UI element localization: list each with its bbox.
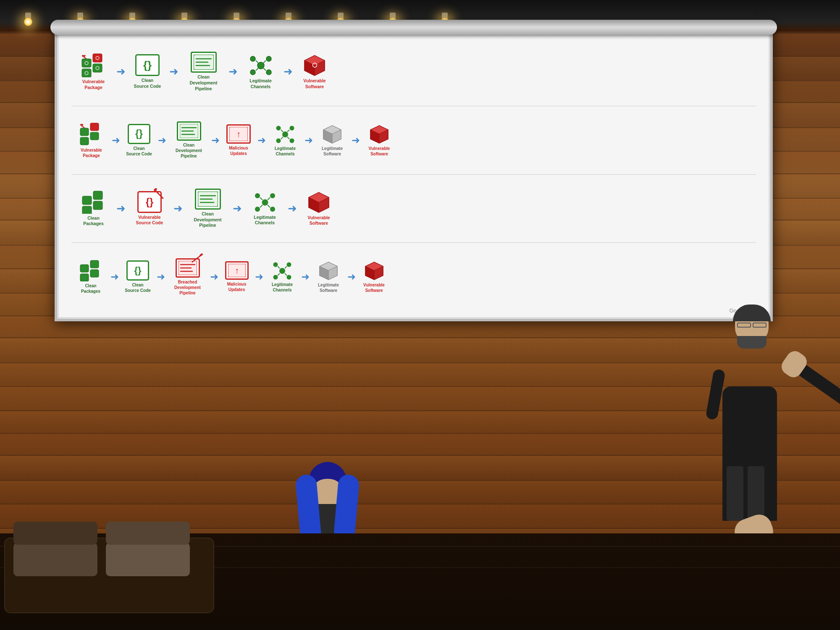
node-clean-pipeline-2: CleanDevelopmentPipeline (167, 121, 211, 159)
node-vulnerable-package-2: VulnerablePackage (71, 122, 111, 158)
node-legitimate-channels-3: LegitimateChannels (243, 191, 287, 226)
clean-source-code-4-label: CleanSource Code (125, 282, 151, 293)
arrow: ➜ (112, 134, 120, 146)
legitimate-software-2-label: LegitimateSoftware (322, 146, 343, 157)
node-breached-pipeline-4: BreachedDevelopmentPipeline (165, 258, 210, 296)
arrow: ➜ (211, 134, 220, 146)
arrow: ➜ (116, 202, 126, 215)
clean-source-code-1-label: CleanSource Code (134, 78, 161, 89)
arrow: ➜ (210, 271, 218, 283)
presenter-leg-right (748, 466, 764, 521)
svg-rect-1 (82, 55, 85, 57)
node-clean-source-code-4: {} CleanSource Code (119, 260, 156, 293)
node-legitimate-software-4: LegitimateSoftware (310, 260, 347, 293)
malicious-icon-2: ↑ (226, 124, 251, 144)
code-icon-green-2: {} (128, 124, 150, 144)
arrow: ➜ (169, 65, 178, 78)
arrow: ➜ (233, 202, 242, 215)
svg-point-96 (273, 275, 278, 280)
pipeline-svg-2 (180, 124, 198, 138)
legitimate-channels-1-label: LegitimateChannels (249, 78, 272, 89)
node-legitimate-channels-2: LegitimateChannels (266, 124, 304, 157)
svg-rect-82 (90, 260, 99, 268)
svg-line-99 (285, 266, 287, 268)
vulnerable-software-1-label: VulnerableSoftware (303, 78, 326, 89)
svg-point-19 (266, 70, 271, 75)
svg-rect-60 (82, 206, 92, 214)
svg-line-46 (281, 130, 283, 132)
node-legitimate-software-2: LegitimateSoftware (313, 124, 351, 157)
diagram-content: ⬡ ⬡ ⬡ ⬡ Vu (59, 32, 769, 317)
breached-pipeline-4-label: BreachedDevelopmentPipeline (174, 279, 201, 296)
svg-rect-34 (90, 132, 99, 140)
code-icon-green-4: {} (126, 260, 149, 281)
syringe-overlay-4 (192, 253, 203, 263)
pipeline-icon-green-2 (177, 121, 201, 141)
malicious-updates-2-label: MaliciousUpdates (229, 145, 248, 156)
clean-packages-4-label: CleanPackages (81, 283, 100, 294)
svg-rect-32 (90, 123, 99, 131)
svg-point-70 (270, 193, 275, 198)
software-icon-gray-4 (318, 260, 339, 281)
arrow: ➜ (347, 271, 356, 283)
node-vulnerable-software-2: VulnerableSoftware (360, 124, 398, 157)
malicious-icon-4: ↑ (225, 261, 249, 280)
malicious-updates-4-label: MaliciousUpdates (227, 281, 247, 292)
node-vulnerable-source-code-3: {} VulnerableSource Code (126, 191, 173, 226)
svg-text:⬡: ⬡ (95, 66, 100, 71)
vulnerable-software-3-label: VulnerableSoftware (307, 215, 330, 226)
svg-point-94 (273, 262, 278, 267)
svg-rect-63 (153, 188, 157, 192)
svg-point-72 (270, 207, 275, 212)
row-1: ⬡ ⬡ ⬡ ⬡ Vu (71, 38, 756, 106)
arrow: ➜ (288, 202, 297, 215)
clean-pipeline-1-label: CleanDevelopmentPipeline (190, 74, 218, 92)
pipeline-icon-green (191, 52, 217, 73)
node-vulnerable-package-1: ⬡ ⬡ ⬡ ⬡ Vu (71, 53, 116, 90)
arrow: ➜ (158, 134, 166, 146)
code-icon-green: {} (135, 54, 160, 76)
svg-line-98 (278, 266, 280, 268)
svg-point-15 (257, 62, 264, 69)
svg-rect-84 (90, 270, 99, 277)
seating-area (4, 538, 214, 613)
arrow: ➜ (301, 271, 310, 283)
svg-point-69 (255, 193, 260, 198)
channels-icon-3 (253, 191, 277, 214)
legitimate-channels-3-label: LegitimateChannels (254, 215, 276, 226)
svg-line-62 (155, 190, 163, 198)
svg-rect-58 (82, 196, 92, 205)
clean-source-code-2-label: CleanSource Code (126, 146, 152, 157)
node-malicious-updates-2: ↑ MaliciousUpdates (220, 124, 257, 156)
svg-point-45 (290, 138, 294, 143)
node-clean-pipeline-1: CleanDevelopmentPipeline (179, 52, 228, 92)
arrow: ➜ (257, 134, 266, 146)
svg-line-47 (287, 130, 289, 132)
channels-icon-4 (272, 261, 293, 281)
presenter-leg-left (727, 466, 743, 521)
clean-packages-icon-3 (81, 190, 106, 214)
channels-icon-2 (275, 124, 296, 145)
svg-text:⬡: ⬡ (312, 62, 317, 68)
svg-point-42 (276, 126, 281, 130)
svg-line-49 (287, 137, 289, 139)
clean-packages-icon-4 (79, 260, 102, 281)
row-4: CleanPackages ➜ {} CleanSource Code ➜ (71, 243, 756, 311)
svg-point-41 (282, 131, 288, 137)
svg-rect-33 (80, 137, 89, 145)
node-vulnerable-software-1: ⬡ VulnerableSoftware (294, 54, 336, 89)
svg-line-76 (268, 205, 270, 207)
svg-line-100 (278, 273, 280, 276)
svg-line-23 (263, 68, 266, 71)
software-icon-red-2 (369, 124, 390, 145)
pipeline-svg-3 (198, 192, 218, 207)
svg-point-93 (279, 268, 285, 274)
row-2: VulnerablePackage ➜ {} CleanSource Code … (71, 106, 756, 175)
vulnerable-software-2-label: VulnerableSoftware (369, 146, 390, 157)
floor (0, 533, 840, 630)
arrow: ➜ (304, 134, 313, 146)
node-clean-pipeline-3: CleanDevelopmentPipeline (184, 189, 232, 228)
node-legitimate-channels-1: LegitimateChannels (239, 54, 283, 89)
clean-packages-3-label: CleanPackages (83, 215, 103, 227)
screen-surface: ⬡ ⬡ ⬡ ⬡ Vu (59, 32, 769, 317)
